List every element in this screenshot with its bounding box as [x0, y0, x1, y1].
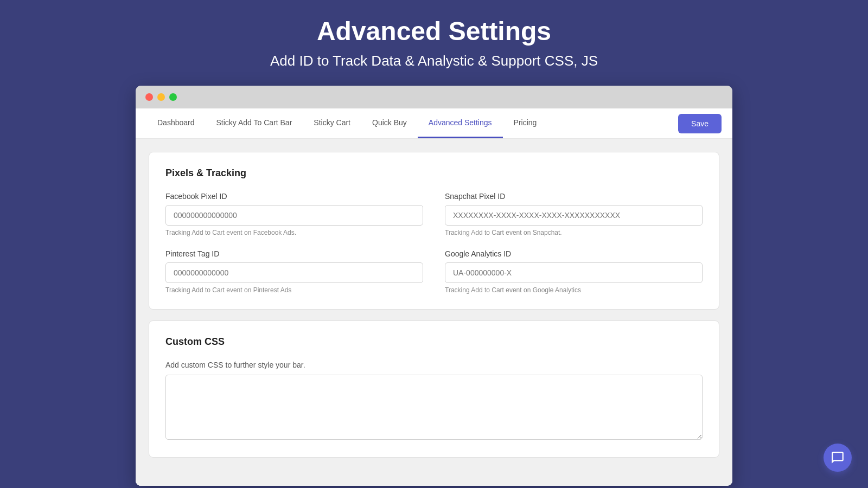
snapchat-pixel-hint: Tracking Add to Cart event on Snapchat. — [445, 229, 703, 236]
browser-window: Dashboard Sticky Add To Cart Bar Sticky … — [136, 86, 732, 486]
page-subtitle: Add ID to Track Data & Analystic & Suppo… — [270, 53, 598, 69]
facebook-pixel-label: Facebook Pixel ID — [165, 192, 423, 201]
facebook-pixel-input[interactable] — [165, 205, 423, 226]
custom-css-description: Add custom CSS to further style your bar… — [165, 361, 703, 369]
maximize-button-icon[interactable] — [169, 93, 177, 101]
pinterest-tag-hint: Tracking Add to Cart event on Pinterest … — [165, 286, 423, 294]
google-analytics-input[interactable] — [445, 262, 703, 283]
pinterest-tag-label: Pinterest Tag ID — [165, 249, 423, 258]
pixels-tracking-fields: Facebook Pixel ID Tracking Add to Cart e… — [165, 192, 703, 294]
pinterest-tag-input[interactable] — [165, 262, 423, 283]
tab-quick-buy[interactable]: Quick Buy — [361, 108, 418, 138]
chat-bubble-button[interactable] — [824, 444, 852, 472]
save-button[interactable]: Save — [678, 114, 722, 133]
snapchat-pixel-label: Snapchat Pixel ID — [445, 192, 703, 201]
google-analytics-label: Google Analytics ID — [445, 249, 703, 258]
tab-dashboard[interactable]: Dashboard — [146, 108, 206, 138]
page-title: Advanced Settings — [270, 16, 598, 46]
tab-advanced-settings[interactable]: Advanced Settings — [418, 108, 503, 138]
main-content: Pixels & Tracking Facebook Pixel ID Trac… — [136, 139, 732, 486]
tab-sticky-cart[interactable]: Sticky Cart — [303, 108, 361, 138]
google-analytics-hint: Tracking Add to Cart event on Google Ana… — [445, 286, 703, 294]
browser-titlebar — [136, 86, 732, 108]
custom-css-textarea[interactable] — [165, 375, 703, 440]
snapchat-pixel-input[interactable] — [445, 205, 703, 226]
pixels-tracking-title: Pixels & Tracking — [165, 168, 703, 179]
nav-bar: Dashboard Sticky Add To Cart Bar Sticky … — [136, 108, 732, 139]
facebook-pixel-group: Facebook Pixel ID Tracking Add to Cart e… — [165, 192, 423, 236]
close-button-icon[interactable] — [145, 93, 153, 101]
facebook-pixel-hint: Tracking Add to Cart event on Facebook A… — [165, 229, 423, 236]
browser-content: Dashboard Sticky Add To Cart Bar Sticky … — [136, 108, 732, 486]
pixels-tracking-card: Pixels & Tracking Facebook Pixel ID Trac… — [149, 152, 719, 310]
google-analytics-group: Google Analytics ID Tracking Add to Cart… — [445, 249, 703, 294]
tab-sticky-add-to-cart-bar[interactable]: Sticky Add To Cart Bar — [206, 108, 303, 138]
minimize-button-icon[interactable] — [157, 93, 165, 101]
custom-css-card: Custom CSS Add custom CSS to further sty… — [149, 320, 719, 458]
tab-pricing[interactable]: Pricing — [503, 108, 548, 138]
nav-tabs: Dashboard Sticky Add To Cart Bar Sticky … — [146, 108, 678, 138]
pinterest-tag-group: Pinterest Tag ID Tracking Add to Cart ev… — [165, 249, 423, 294]
snapchat-pixel-group: Snapchat Pixel ID Tracking Add to Cart e… — [445, 192, 703, 236]
page-header: Advanced Settings Add ID to Track Data &… — [270, 16, 598, 69]
custom-css-title: Custom CSS — [165, 336, 703, 348]
